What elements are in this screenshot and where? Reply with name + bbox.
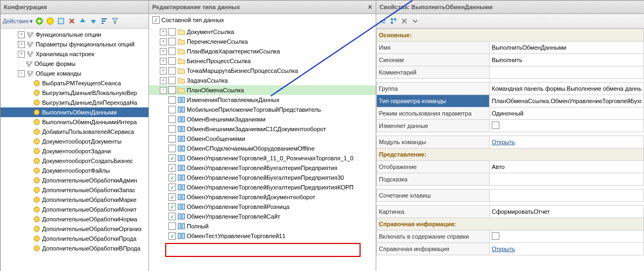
type-checkbox[interactable]: [168, 86, 176, 94]
tree-item-cmd3[interactable]: ВыгрузитьДанныеДляПереходаНа: [1, 98, 148, 107]
type-checkbox[interactable]: [168, 96, 176, 104]
type-checkbox[interactable]: [168, 28, 176, 36]
type-checkbox[interactable]: [168, 125, 176, 133]
type-checkbox[interactable]: ✓: [168, 184, 176, 191]
tree-item-cmd18[interactable]: ДополнительныеОбработкиВПрода: [1, 243, 148, 253]
composite-checkbox[interactable]: ✓: [152, 16, 160, 24]
delete-icon[interactable]: [67, 17, 76, 25]
type-item[interactable]: +ТочкаМаршрутаБизнесПроцессаСсылка: [149, 66, 376, 76]
type-checkbox[interactable]: [168, 135, 176, 143]
prop-group-input[interactable]: [492, 85, 641, 92]
tree-item-cmd4[interactable]: ВыполнитьОбменДанными: [1, 107, 148, 117]
type-item[interactable]: +ДокументСсылка: [149, 27, 376, 37]
type-item[interactable]: ✓ОбменТестУправлениеТорговлей11: [149, 231, 376, 241]
type-item[interactable]: ИзмененияПоставляемыхДанных: [149, 95, 376, 105]
filter-icon[interactable]: [111, 17, 119, 25]
type-item[interactable]: ✓ОбменУправлениеТорговлей_11_0_Розничная…: [149, 153, 376, 163]
config-tree[interactable]: +Функциональные опции+Параметры функцион…: [1, 29, 148, 271]
type-item[interactable]: +ЗадачаСсылка: [149, 76, 376, 85]
type-item[interactable]: ✓ОбменУправлениеТорговлейБухгалтерияПред…: [149, 173, 376, 182]
tree-item-common-commands[interactable]: −Общие команды: [1, 69, 148, 78]
type-checkbox[interactable]: ✓: [168, 232, 176, 240]
prop-pic-input[interactable]: [492, 208, 641, 215]
tree-item-storage[interactable]: +Хранилища настроек: [1, 49, 148, 59]
type-checkbox[interactable]: [168, 67, 176, 74]
type-checkbox[interactable]: [168, 145, 176, 152]
type-item[interactable]: ✓ОбменУправлениеТорговлейДокументооборот: [149, 192, 376, 202]
tree-item-cmd17[interactable]: ДополнительныеОбработкиПрода: [1, 234, 148, 243]
edit-icon[interactable]: [57, 17, 65, 25]
type-checkbox[interactable]: [168, 106, 176, 113]
up-icon[interactable]: [78, 17, 87, 25]
add-sub-icon[interactable]: [46, 17, 55, 25]
expander-icon[interactable]: +: [160, 77, 167, 84]
tree-item-cmd15[interactable]: ДополнительныеОбработкиНорма: [1, 214, 148, 224]
type-item[interactable]: ✓ОбменУправлениеТорговлейБухгалтерияПред…: [149, 182, 376, 192]
section-ref[interactable]: Справочная информация:: [377, 218, 644, 231]
type-item[interactable]: −ПланОбменаСсылка: [149, 85, 376, 95]
tree-item-cmd12[interactable]: ДополнительныеОбработкиЗапас: [1, 185, 148, 195]
type-checkbox[interactable]: ✓: [168, 203, 176, 211]
close-icon[interactable]: ✕: [368, 4, 372, 11]
expander-icon[interactable]: +: [18, 51, 25, 58]
tree-item-cmd9[interactable]: ДокументооборотСоздатьБизнес: [1, 156, 148, 166]
expander-icon[interactable]: +: [160, 29, 167, 36]
tree-item-cmd16[interactable]: ДополнительныеОбработкиОрганиз: [1, 224, 148, 234]
module-open-link[interactable]: Открыть: [492, 139, 515, 145]
type-checkbox[interactable]: [168, 116, 176, 123]
type-tree[interactable]: +ДокументСсылка+ПеречислениеСсылка+ПланВ…: [149, 26, 376, 271]
type-checkbox[interactable]: [168, 57, 176, 65]
tree-item-func-opts-params[interactable]: +Параметры функциональных опций: [1, 39, 148, 49]
tree-item-common-forms[interactable]: Общие формы: [1, 59, 148, 69]
section-repr[interactable]: Представление:: [377, 148, 644, 161]
tree-item-cmd8[interactable]: ДокументооборотЗадачи: [1, 146, 148, 156]
tree-item-func-opts[interactable]: +Функциональные опции: [1, 30, 148, 39]
prop-inhelp-checkbox[interactable]: [492, 232, 499, 240]
type-checkbox[interactable]: [168, 38, 176, 45]
add-icon[interactable]: [35, 17, 44, 25]
tree-item-cmd2[interactable]: ВыгрузитьДанныеВЛокальнуюВер: [1, 88, 148, 98]
tree-item-cmd7[interactable]: ДокументооборотДокументы: [1, 137, 148, 146]
prop-ptype-input[interactable]: [492, 98, 641, 104]
expander-icon[interactable]: +: [18, 41, 25, 48]
type-checkbox[interactable]: [168, 48, 176, 55]
actions-menu[interactable]: Действия ▾: [3, 18, 33, 25]
tree-item-cmd11[interactable]: ДополнительныеОбработкиАдмин: [1, 175, 148, 185]
type-checkbox[interactable]: ✓: [168, 154, 176, 162]
type-checkbox[interactable]: [168, 77, 176, 84]
expander-icon[interactable]: +: [160, 58, 167, 65]
tree-item-cmd5[interactable]: ВыполнитьОбменДаннымиИнтера: [1, 117, 148, 127]
prop-shortcut-input[interactable]: [492, 192, 641, 199]
expander-icon[interactable]: −: [18, 70, 25, 77]
helpinfo-open-link[interactable]: Открыть: [492, 246, 515, 252]
prop-hint-input[interactable]: [492, 176, 641, 182]
tree-item-cmd14[interactable]: ДополнительныеОбработкиМонит: [1, 205, 148, 214]
sort-icon[interactable]: [100, 17, 109, 25]
type-item[interactable]: ОбменВнешнимиЗаданиями: [149, 114, 376, 124]
type-item[interactable]: ✓ОбменУправлениеТорговлейБухгалтерияПред…: [149, 163, 376, 173]
tree-item-cmd6[interactable]: ДобавитьПользователейСервиса: [1, 127, 148, 137]
type-item[interactable]: Полный: [149, 221, 376, 231]
section-main[interactable]: Основные:: [377, 29, 644, 42]
type-item[interactable]: ОбменСПодключаемымОборудованиемOffline: [149, 144, 376, 153]
type-item[interactable]: ОбменСообщениями: [149, 134, 376, 144]
categories-icon[interactable]: [389, 17, 398, 25]
expander-icon[interactable]: +: [18, 31, 25, 38]
down-icon[interactable]: [89, 17, 98, 25]
type-checkbox[interactable]: ✓: [168, 213, 176, 220]
prop-display-input[interactable]: [492, 164, 641, 170]
type-checkbox[interactable]: ✓: [168, 174, 176, 181]
type-checkbox[interactable]: ✓: [168, 164, 176, 172]
expander-icon[interactable]: +: [160, 48, 167, 55]
type-checkbox[interactable]: [168, 222, 176, 230]
type-item[interactable]: ✓ОбменУправлениеТорговлейСайт: [149, 212, 376, 221]
tree-item-cmd13[interactable]: ДополнительныеОбработкиМарке: [1, 195, 148, 205]
type-item[interactable]: +ПланВидовХарактеристикСсылка: [149, 46, 376, 56]
expander-icon[interactable]: −: [160, 87, 167, 94]
props-delete-icon[interactable]: [400, 17, 409, 25]
type-item[interactable]: МобильноеПриложениеТорговыйПредставитель: [149, 105, 376, 114]
prop-name-input[interactable]: [492, 44, 641, 51]
prop-changes-checkbox[interactable]: [492, 121, 499, 129]
type-item[interactable]: +ПеречислениеСсылка: [149, 37, 376, 46]
tree-item-cmd1[interactable]: ВыбратьРМТекущегоСеанса: [1, 78, 148, 88]
